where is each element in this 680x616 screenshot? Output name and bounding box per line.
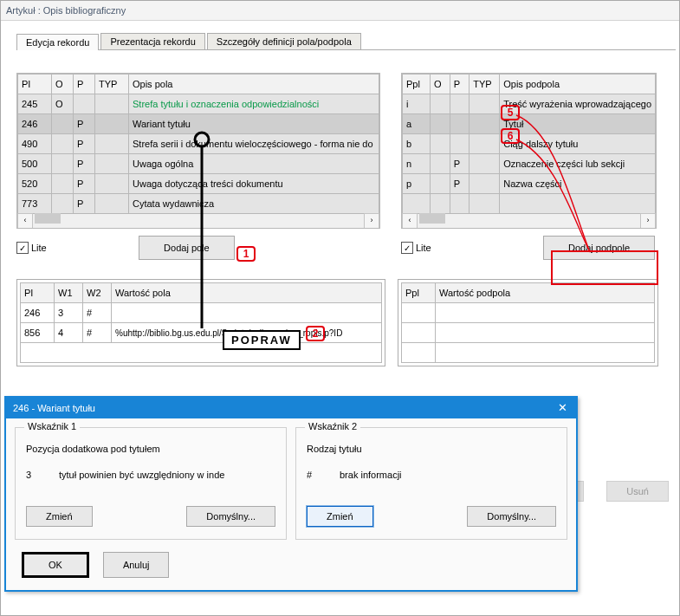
cell[interactable]: a — [403, 114, 431, 134]
scroll-thumb[interactable] — [35, 213, 61, 224]
add-subfield-button[interactable]: Dodaj podpole — [543, 236, 655, 260]
dialog-titlebar[interactable]: 246 - Wariant tytułu ✕ — [6, 398, 576, 418]
cell[interactable] — [470, 174, 500, 194]
scroll-left-icon[interactable]: ‹ — [402, 213, 418, 229]
scroll-right-icon[interactable]: › — [364, 213, 379, 229]
cell[interactable] — [430, 174, 450, 194]
cell[interactable] — [52, 114, 74, 134]
cell[interactable] — [95, 194, 129, 214]
cell[interactable] — [95, 174, 129, 194]
cell[interactable] — [430, 114, 450, 134]
cell[interactable] — [402, 343, 436, 363]
h-scrollbar[interactable]: ‹ › — [402, 214, 656, 228]
cell[interactable]: # — [83, 323, 112, 343]
indicator-1-change-button[interactable]: Zmień — [26, 506, 93, 527]
cell[interactable]: Cytata wydawnicza — [129, 194, 379, 214]
cell[interactable]: 500 — [18, 154, 52, 174]
subfield-table[interactable]: Ppl O P TYP Opis podpola iTreść wyrażeni… — [402, 74, 656, 214]
subfield-value-table[interactable]: Ppl Wartość podpola — [401, 282, 655, 363]
indicator-2-default-button[interactable]: Domyślny... — [467, 506, 556, 527]
cell[interactable] — [470, 194, 500, 214]
indicator-1-default-button[interactable]: Domyślny... — [186, 506, 275, 527]
cell[interactable]: p — [403, 174, 431, 194]
cell[interactable] — [402, 323, 436, 343]
tab-details[interactable]: Szczegóły definicji pola/podpola — [207, 33, 361, 49]
field-value-table[interactable]: PI W1 W2 Wartość pola 2463# 8564#%uhttp:… — [20, 282, 382, 363]
cell[interactable]: 856 — [21, 323, 55, 343]
cell[interactable]: P — [74, 134, 95, 154]
cell[interactable] — [21, 343, 382, 363]
cell[interactable]: 773 — [18, 194, 52, 214]
cell[interactable]: P — [74, 194, 95, 214]
cell[interactable] — [470, 134, 500, 154]
cell[interactable]: P — [74, 154, 95, 174]
tab-presentation[interactable]: Prezentacja rekordu — [100, 33, 204, 49]
cell[interactable] — [95, 134, 129, 154]
tab-edit[interactable]: Edycja rekordu — [16, 34, 99, 50]
cell[interactable] — [95, 114, 129, 134]
cell[interactable] — [52, 134, 74, 154]
cell[interactable] — [52, 174, 74, 194]
cell[interactable] — [450, 194, 469, 214]
add-field-button[interactable]: Dodaj pole — [139, 236, 235, 260]
indicator-2-change-button[interactable]: Zmień — [307, 506, 373, 527]
cell[interactable]: O — [52, 94, 74, 114]
cell[interactable] — [436, 343, 655, 363]
cell[interactable] — [436, 303, 655, 323]
cell[interactable]: 520 — [18, 174, 52, 194]
cell[interactable] — [450, 134, 469, 154]
close-icon[interactable]: ✕ — [555, 398, 569, 418]
cell[interactable] — [112, 303, 382, 323]
scroll-left-icon[interactable]: ‹ — [17, 213, 33, 229]
cell[interactable]: Nazwa części — [500, 174, 656, 194]
cell[interactable] — [430, 194, 450, 214]
cell[interactable]: P — [450, 174, 469, 194]
cell[interactable]: Strefa serii i dokumentu wieloczęścioweg… — [129, 134, 379, 154]
cell[interactable]: P — [450, 154, 469, 174]
cell[interactable] — [52, 154, 74, 174]
cell[interactable] — [450, 94, 469, 114]
cell[interactable]: 246 — [21, 303, 55, 323]
cell[interactable] — [470, 114, 500, 134]
cell[interactable]: 246 — [18, 114, 52, 134]
scroll-thumb[interactable] — [419, 213, 445, 224]
cell[interactable] — [74, 94, 95, 114]
cell[interactable]: Strefa tytułu i oznaczenia odpowiedzialn… — [129, 94, 379, 114]
cell[interactable]: Treść wyrażenia wprowadzającego — [500, 94, 656, 114]
lite-checkbox-left[interactable]: ✓Lite — [16, 242, 47, 254]
cell[interactable] — [95, 154, 129, 174]
scroll-right-icon[interactable]: › — [640, 213, 656, 229]
cell[interactable]: i — [403, 94, 431, 114]
cell[interactable]: Wariant tytułu — [129, 114, 379, 134]
cell[interactable]: Uwaga dotycząca treści dokumentu — [129, 174, 379, 194]
cell[interactable]: 245 — [18, 94, 52, 114]
cell[interactable]: Ciąg dalszy tytułu — [500, 134, 656, 154]
cell[interactable] — [430, 94, 450, 114]
cancel-button[interactable]: Anuluj — [103, 552, 170, 578]
cell[interactable]: Tytuł — [500, 114, 656, 134]
cell[interactable]: Oznaczenie części lub sekcji — [500, 154, 656, 174]
cell[interactable] — [470, 154, 500, 174]
cell[interactable] — [430, 134, 450, 154]
ok-button[interactable]: OK — [22, 552, 89, 578]
cell[interactable]: n — [403, 154, 431, 174]
cell[interactable] — [95, 94, 129, 114]
cell[interactable]: b — [403, 134, 431, 154]
cell[interactable]: 3 — [55, 303, 83, 323]
field-table[interactable]: PI O P TYP Opis pola 245OStrefa tytułu i… — [17, 74, 379, 214]
cell[interactable] — [402, 303, 436, 323]
cell[interactable] — [436, 323, 655, 343]
cell[interactable] — [450, 114, 469, 134]
h-scrollbar[interactable]: ‹ › — [17, 214, 379, 228]
cell[interactable]: 4 — [55, 323, 83, 343]
cell[interactable] — [52, 194, 74, 214]
cell[interactable] — [430, 154, 450, 174]
cell[interactable]: 490 — [18, 134, 52, 154]
cell[interactable] — [500, 194, 656, 214]
cell[interactable]: P — [74, 174, 95, 194]
cell[interactable]: Uwaga ogólna — [129, 154, 379, 174]
lite-checkbox-right[interactable]: ✓Lite — [401, 242, 431, 254]
cell[interactable] — [403, 194, 431, 214]
cell[interactable]: # — [83, 303, 112, 323]
cell[interactable]: P — [74, 114, 95, 134]
